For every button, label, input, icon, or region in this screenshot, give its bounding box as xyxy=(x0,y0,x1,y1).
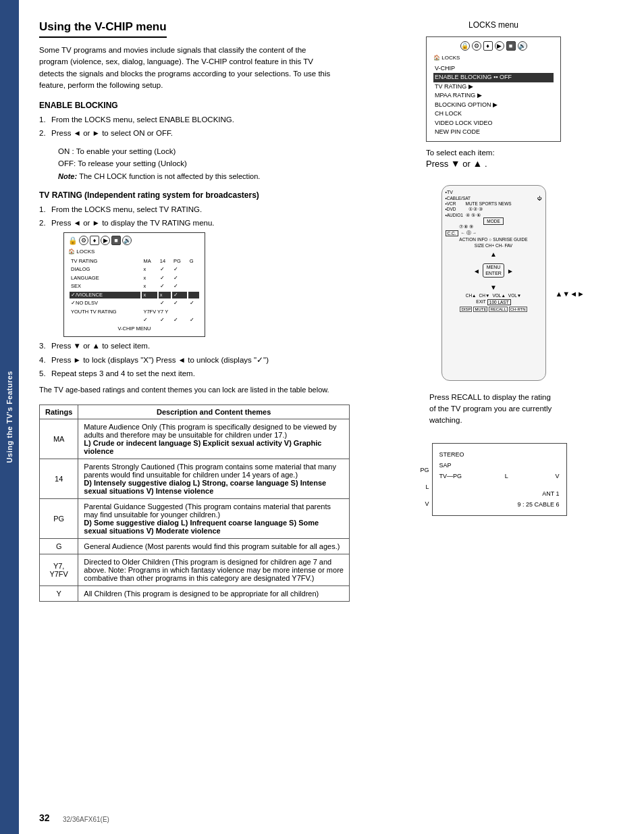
step-1: 1. From the LOCKS menu, select ENABLE BL… xyxy=(39,114,350,126)
tv-line-ant: ANT 1 xyxy=(439,488,560,499)
mi-icon-1: ⚙ xyxy=(79,236,88,245)
table-header-row: Ratings Description and Content themes xyxy=(40,405,350,419)
lm-ch-lock: CH LOCK xyxy=(433,109,554,119)
tv-line-time: 9 : 25 CABLE 6 xyxy=(439,499,560,510)
main-content: Using the V-CHIP menu Some TV programs a… xyxy=(19,0,644,834)
select-instruction: To select each item: Press ▼ or ▲ . xyxy=(426,149,561,169)
rating-code-g: G xyxy=(40,539,78,554)
mi-icon-4: ■ xyxy=(111,236,121,245)
table-row: G General Audience (Most parents would f… xyxy=(40,539,350,554)
dpad-left: ◄ xyxy=(473,267,480,274)
enable-blocking-indent: ON : To enable your setting (Lock) OFF: … xyxy=(39,145,350,170)
remote-dpad: ▲ ◄ ► ▼ MENUENTER xyxy=(473,251,514,291)
col-ratings: Ratings xyxy=(40,405,78,419)
dpad-up: ▲ xyxy=(490,251,497,258)
tv-line-stereo: STEREO xyxy=(439,449,560,460)
tr-nodlsv-row: ✓NO DLSV ✓✓✓ xyxy=(70,300,199,307)
rating-table-header: Ratings Description and Content themes xyxy=(40,405,350,419)
tv-step-3: 3. Press ▼ or ▲ to select item. xyxy=(39,340,350,352)
mi-icon-2: ♦ xyxy=(90,236,99,245)
tr-sex-row: SEX x✓✓ xyxy=(70,283,199,290)
rating-desc-14: Parents Strongly Cautioned (This program… xyxy=(78,459,350,499)
press-label: Press xyxy=(426,159,451,169)
lm-icon-1: 🔒 xyxy=(460,41,470,51)
lm-blocking-option: BLOCKING OPTION xyxy=(433,101,554,110)
table-row: Y All Children (This program is designed… xyxy=(40,586,350,602)
dpad-center: MENUENTER xyxy=(483,263,504,278)
rating-desc-g: General Audience (Most parents would fin… xyxy=(78,539,350,554)
tv-display-area: PG L V STEREO SAP TV—PG xyxy=(420,443,566,517)
locks-menu-area: LOCKS menu 🔒 ⚙ ♦ ▶ ■ 🔊 🏠 LOCKS V-CHIP xyxy=(363,20,624,169)
down-arrow: ▼ xyxy=(451,158,460,169)
rating-code-ma: MA xyxy=(40,419,78,459)
tv-display-wrapper: PG L V STEREO SAP TV—PG xyxy=(420,443,566,517)
tr-dialog-row: DIALOG x✓✓ xyxy=(70,266,199,273)
tv-step-4: 4. Press ► to lock (displays "X") Press … xyxy=(39,355,350,366)
tr-youth2-row: ✓✓✓✓ xyxy=(70,317,199,324)
remote-source-row: •CABLE/SAT ⏻ xyxy=(446,196,542,201)
rating-code-y: Y xyxy=(40,586,78,602)
side-tab: Using the TV's Features xyxy=(0,0,19,834)
tv-label-pg: PG xyxy=(420,462,429,479)
page-number: 32 xyxy=(39,812,50,823)
locks-menu-icons: 🔒 ⚙ ♦ ▶ ■ 🔊 xyxy=(433,41,554,51)
dpad-down: ▼ xyxy=(490,284,497,291)
remote-time-row: SIZE CH+ CH- FAV xyxy=(446,243,542,248)
mi-icon-3: ▶ xyxy=(101,236,110,245)
dpad-arrow-label: ▲▼◄► xyxy=(555,290,585,298)
remote-mode-row: MODE xyxy=(446,219,542,224)
locks-menu-box: 🔒 ⚙ ♦ ▶ ■ 🔊 🏠 LOCKS V-CHIP ENABLE BLOCKI… xyxy=(426,36,561,142)
tv-rating-steps: 1. From the LOCKS menu, select TV RATING… xyxy=(39,204,350,380)
rating-desc-y7: Directed to Older Children (This program… xyxy=(78,554,350,586)
right-column: LOCKS menu 🔒 ⚙ ♦ ▶ ■ 🔊 🏠 LOCKS V-CHIP xyxy=(363,20,624,602)
enable-blocking-note: Note: The CH LOCK function is not affect… xyxy=(39,172,350,182)
press-down-up: Press ▼ or ▲ . xyxy=(426,158,561,169)
dpad-right: ► xyxy=(507,267,514,274)
up-arrow: ▲ xyxy=(473,158,483,169)
tr-icons: 🔒 ⚙ ♦ ▶ ■ 🔊 xyxy=(68,236,200,246)
side-tab-label: Using the TV's Features xyxy=(5,371,14,463)
tv-line-pg: TV—PG L V xyxy=(439,471,560,481)
page-model: 32/36AFX61(E) xyxy=(63,816,109,823)
remote-cc-row: C.C. ← ⓪ → xyxy=(446,230,542,236)
intro-text: Some TV programs and movies include sign… xyxy=(39,45,336,91)
tr-youth-row: YOUTH TV RATING Y7FV Y7 Y xyxy=(70,309,199,316)
two-column-layout: Using the V-CHIP menu Some TV programs a… xyxy=(39,20,624,602)
rating-table: Ratings Description and Content themes M… xyxy=(39,405,350,602)
remote-bottom-row: DISP MUTE RECALL CH-RTN xyxy=(446,307,542,312)
remote-dpad-area: ▲ ◄ ► ▼ MENUENTER xyxy=(446,251,542,291)
press-recall-text: Press RECALL to display the rating of th… xyxy=(429,392,558,427)
lm-icon-6: 🔊 xyxy=(518,41,527,51)
remote-num-row: ⑦ ⑧ ⑨ xyxy=(446,224,542,230)
rating-desc-ma: Mature Audience Only (This program is sp… xyxy=(78,419,350,459)
tv-step-2: 2. Press ◄ or ► to display the TV RATING… xyxy=(39,217,350,337)
rating-table-body: MA Mature Audience Only (This program is… xyxy=(40,419,350,602)
tv-display-labels: PG L V xyxy=(420,443,429,513)
tv-rating-heading: TV RATING (Independent rating system for… xyxy=(39,190,350,200)
enable-blocking-section: ENABLE BLOCKING 1. From the LOCKS menu, … xyxy=(39,101,350,182)
remote-vcr-row: •VCR MUTE SPORTS NEWS xyxy=(446,201,542,206)
tr-violence-row: ✓/VIOLENCE xx✓ xyxy=(70,292,199,299)
lm-locks-header: 🏠 LOCKS xyxy=(433,54,554,63)
tr-header-row: TV RATING MA14PGG xyxy=(70,258,199,265)
remote-top-row: •TV xyxy=(446,190,542,194)
enable-blocking-heading: ENABLE BLOCKING xyxy=(39,101,350,110)
rating-code-pg: PG xyxy=(40,499,78,539)
lm-icon-2: ⚙ xyxy=(472,41,481,51)
tr-locks-label: 🏠 LOCKS xyxy=(68,248,200,255)
mi-icon-5: 🔊 xyxy=(122,236,132,245)
lm-mpaa-rating: MPAA RATING xyxy=(433,91,554,101)
indent-line-2: OFF: To release your setting (Unlock) xyxy=(58,157,350,170)
lm-vchip: V-CHIP xyxy=(433,64,554,74)
remote-action-row: ACTION INFO ○ SUNRISE GUIDE xyxy=(446,237,542,242)
tv-step-1: 1. From the LOCKS menu, select TV RATING… xyxy=(39,204,350,215)
remote-area: •TV •CABLE/SAT ⏻ •VCR MUTE SPORTS NEWS xyxy=(426,185,561,381)
remote-dvd-row: •DVD ① ② ③ xyxy=(446,207,542,212)
tv-spacer xyxy=(439,481,560,488)
indent-line-1: ON : To enable your setting (Lock) xyxy=(58,145,350,157)
tv-rating-section: TV RATING (Independent rating system for… xyxy=(39,190,350,396)
table-row: Y7, Y7FV Directed to Older Children (Thi… xyxy=(40,554,350,586)
tv-rating-table-diagram: TV RATING MA14PGG DIALOG x✓✓ LANGUAGE xyxy=(68,257,200,334)
tv-line-sap: SAP xyxy=(439,460,560,471)
tr-language-row: LANGUAGE x✓✓ xyxy=(70,275,199,282)
